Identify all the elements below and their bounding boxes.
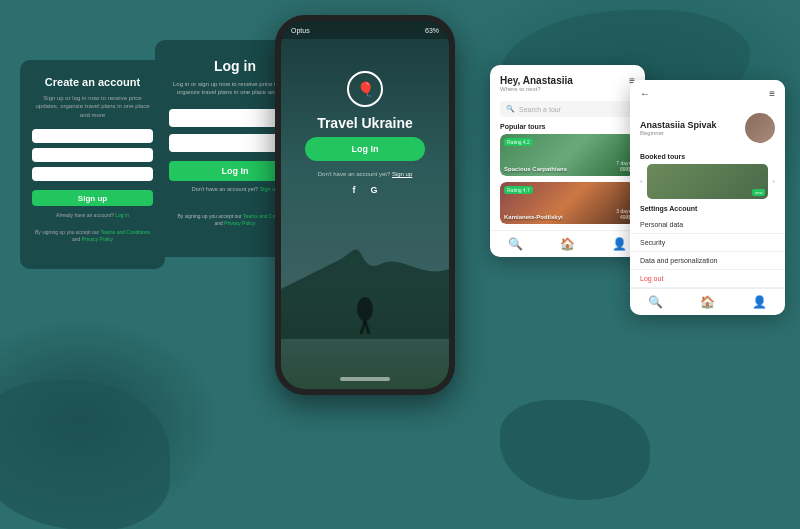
settings-title: Settings Account (630, 205, 785, 216)
tour-search[interactable]: 🔍 Search a tour (500, 101, 635, 117)
nav-profile-icon[interactable]: 👤 (612, 237, 627, 251)
app-logo: 🎈 (347, 71, 383, 107)
phone-login-button[interactable]: Log In (305, 137, 425, 161)
search-icon: 🔍 (506, 105, 515, 113)
settings-personal-data[interactable]: Personal data (630, 216, 785, 234)
phone-register-text: Don't have an account yet? Sign up (318, 171, 413, 177)
tours-header: Hey, Anastasiia Where to next? ≡ (490, 65, 645, 97)
booked-title: Booked tours (640, 153, 775, 160)
tours-greeting: Hey, Anastasiia Where to next? (500, 75, 573, 92)
signup-button[interactable]: Sign up (32, 190, 153, 206)
privacy-link[interactable]: Privacy Policy (82, 236, 113, 242)
profile-text: Anastasiia Spivak Beginner (640, 120, 717, 136)
name-field[interactable] (32, 129, 153, 143)
tour-name-1: Spacious Carpathians (504, 166, 567, 172)
tour-rating-2: Rating 4.7 (504, 186, 533, 194)
settings-security[interactable]: Security (630, 234, 785, 252)
nav-search-icon[interactable]: 🔍 (508, 237, 523, 251)
booked-slider: ‹ new › (640, 164, 775, 199)
phone-mockup: Optus 63% 🎈 Travel Ukraine Log In Don't … (265, 15, 465, 445)
carrier-text: Optus (291, 27, 310, 34)
profile-panel: ← ≡ Anastasiia Spivak Beginner Booked to… (630, 80, 785, 315)
slider-left-arrow[interactable]: ‹ (640, 177, 643, 186)
tour-info-1: Spacious Carpathians 7 days899$ (504, 160, 631, 172)
tour-card-carpathians[interactable]: Rating 4.2 Spacious Carpathians 7 days89… (500, 134, 635, 176)
terms-text: By signing up you accept our Teams and C… (32, 229, 153, 243)
status-bar: Optus 63% (281, 21, 449, 39)
profile-bottom-nav: 🔍 🏠 👤 (630, 288, 785, 315)
subtitle-text: Where to next? (500, 86, 573, 92)
logo-icon: 🎈 (357, 81, 374, 97)
settings-section: Settings Account Personal data Security … (630, 199, 785, 288)
profile-nav-home[interactable]: 🏠 (700, 295, 715, 309)
search-placeholder: Search a tour (519, 106, 561, 113)
login-privacy-link[interactable]: Privacy Policy (224, 220, 255, 226)
google-icon[interactable]: G (370, 185, 377, 195)
slider-right-arrow[interactable]: › (772, 177, 775, 186)
tour-image-podilsky: Rating 4.7 Kamianets-Podilskyi 3 days499… (500, 182, 635, 224)
booked-section: Booked tours ‹ new › (630, 149, 785, 199)
nav-home-icon[interactable]: 🏠 (560, 237, 575, 251)
tour-image-carpathians: Rating 4.2 Spacious Carpathians 7 days89… (500, 134, 635, 176)
decorative-blob-1 (0, 380, 170, 529)
app-title: Travel Ukraine (317, 115, 413, 131)
phone-body: Optus 63% 🎈 Travel Ukraine Log In Don't … (275, 15, 455, 395)
profile-nav-user[interactable]: 👤 (752, 295, 767, 309)
booked-badge: new (752, 189, 765, 196)
tour-details-1: 7 days899$ (616, 160, 631, 172)
tour-info-2: Kamianets-Podilskyi 3 days499$ (504, 208, 631, 220)
profile-nav-search[interactable]: 🔍 (648, 295, 663, 309)
facebook-icon[interactable]: f (352, 185, 355, 195)
login-prompt: Already have an account? Log in (32, 212, 153, 219)
settings-logout[interactable]: Log out (630, 270, 785, 288)
avatar (745, 113, 775, 143)
tour-name-2: Kamianets-Podilskyi (504, 214, 563, 220)
settings-data-personalization[interactable]: Data and personalization (630, 252, 785, 270)
create-title: Create an account (32, 76, 153, 88)
greeting-text: Hey, Anastasiia (500, 75, 573, 86)
phone-register-link[interactable]: Sign up (392, 171, 412, 177)
create-account-panel: Create an account Sign up or log in now … (20, 60, 165, 269)
popular-tours-title: Popular tours (490, 123, 645, 134)
profile-menu-icon[interactable]: ≡ (769, 88, 775, 99)
tours-panel: Hey, Anastasiia Where to next? ≡ 🔍 Searc… (490, 65, 645, 257)
terms-link[interactable]: Teams and Conditions (101, 229, 150, 235)
social-login: f G (352, 185, 377, 195)
login-link[interactable]: Log in (115, 212, 129, 218)
battery-text: 63% (425, 27, 439, 34)
profile-name: Anastasiia Spivak (640, 120, 717, 130)
back-button[interactable]: ← (640, 88, 650, 99)
booked-tour-card[interactable]: new (647, 164, 769, 199)
profile-info: Anastasiia Spivak Beginner (630, 107, 785, 149)
tour-details-2: 3 days499$ (616, 208, 631, 220)
phone-content: 🎈 Travel Ukraine Log In Don't have an ac… (281, 21, 449, 389)
tours-bottom-nav: 🔍 🏠 👤 (490, 230, 645, 257)
email-field[interactable] (32, 148, 153, 162)
tour-rating-1: Rating 4.2 (504, 138, 533, 146)
create-description: Sign up or log in now to receive price u… (32, 94, 153, 119)
decorative-blob-3 (500, 400, 650, 500)
profile-level: Beginner (640, 130, 717, 136)
password-field[interactable] (32, 167, 153, 181)
tour-card-podilsky[interactable]: Rating 4.7 Kamianets-Podilskyi 3 days499… (500, 182, 635, 224)
profile-header: ← ≡ (630, 80, 785, 107)
